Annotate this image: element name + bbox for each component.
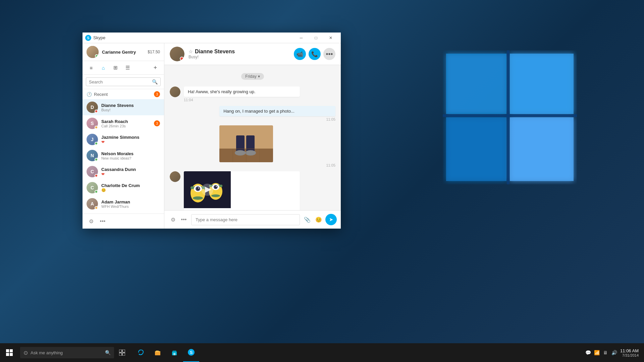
star-icon[interactable]: ☆ [189,49,193,54]
date-pill[interactable]: Friday ▾ [241,73,264,80]
link-preview[interactable]: Despicable me 2 Watch Movie via shift2 s… [184,171,300,210]
contact-name: Adam Jarman [101,199,160,204]
contact-item[interactable]: C Charlotte De Crum 😊 [83,180,164,196]
status-busy-dot [95,174,98,177]
sidebar-header: Carianne Gentry $17.50 [83,43,164,61]
contact-name: Jazmine Simmons [101,135,160,140]
contact-avatar: C [87,166,98,177]
contact-avatar: N [87,150,98,161]
svg-point-23 [193,196,203,200]
tray-icons: 💬 📶 🖥 🔊 [585,349,618,356]
settings-icon[interactable]: ⚙ [87,217,96,226]
contact-name: Charlotte De Crum [101,183,160,188]
contact-name: Sarah Roach [101,119,151,124]
search-box: 🔍 [86,77,161,86]
status-away-dot [95,126,98,129]
nav-list-icon[interactable]: ☰ [123,63,132,72]
network-icon[interactable]: 📶 [593,349,600,356]
contact-info: Cassandra Dunn ❤ [101,167,160,177]
volume-icon[interactable]: 🔊 [611,349,618,356]
svg-rect-37 [119,350,122,352]
contact-list: D Dianne Stevens Busy! S [83,99,164,214]
taskbar-clock[interactable]: 11:06 AM 7/31/2014 [620,348,639,357]
notification-tray-icon[interactable]: 💬 [585,349,591,356]
input-left-icons: ⚙ ••• [168,215,189,224]
nav-add-button[interactable]: + [151,63,160,72]
message-time: 11:04 [184,98,300,102]
message-input[interactable] [191,214,300,225]
message-input-area: ⚙ ••• 📎 😊 ➤ [164,210,341,229]
more-options-icon[interactable]: ••• [98,217,107,226]
taskbar-icons: S [133,343,199,362]
message-content: 11:05 [219,125,335,167]
skype-taskbar-icon[interactable]: S [183,343,199,362]
more-options-button[interactable]: ••• [323,48,335,60]
file-explorer-icon[interactable] [150,343,166,362]
svg-rect-39 [119,353,122,356]
user-avatar[interactable] [87,46,99,58]
status-busy-dot [95,110,98,113]
contact-status: Call 26min 23s [101,124,151,128]
edge-icon[interactable] [133,343,149,362]
nav-grid-icon[interactable]: ⊞ [111,63,120,72]
status-online-dot [95,158,98,161]
display-icon[interactable]: 🖥 [602,349,609,356]
message-row: Despicable me 2 Watch Movie via shift2 s… [170,171,335,210]
contact-info: Jazmine Simmons ❤ [101,135,160,144]
message-text: Ha! Awww, she's really growing up. [188,89,256,94]
online-status-dot [95,54,98,58]
message-bubble: Ha! Awww, she's really growing up. [184,86,300,97]
title-bar-logo: S Skype [85,35,105,41]
nav-home-icon[interactable]: ⌂ [99,63,108,72]
contact-item[interactable]: S Sarah Roach Call 26min 23s 3 [83,115,164,131]
skype-window: S Skype ─ □ ✕ Carianne Gentry $17.50 ≡ [83,33,341,229]
chat-header-status: Busy! [189,55,290,59]
task-view-button[interactable] [114,343,130,362]
recent-label[interactable]: Recent [94,92,108,97]
status-away-dot [95,206,98,209]
close-button[interactable]: ✕ [323,33,338,43]
sidebar-search: 🔍 [83,75,164,89]
attachment-icon[interactable]: 📎 [303,215,312,224]
contact-item[interactable]: J Jazmine Simmons ❤ [83,131,164,147]
contact-item[interactable]: W Will Little Offline this afternoon [83,212,164,214]
messages-area: Friday ▾ Ha! Awww, she's really growing … [164,65,341,210]
message-time: 11:05 [219,117,335,121]
message-row: 11:05 [170,125,335,167]
photo-message[interactable] [219,125,273,162]
contact-item[interactable]: D Dianne Stevens Busy! [83,99,164,115]
svg-rect-8 [236,135,245,152]
store-icon[interactable] [166,343,182,362]
send-button[interactable]: ➤ [325,214,337,225]
contact-info: Sarah Roach Call 26min 23s [101,119,151,128]
contact-item[interactable]: N Nelson Morales New music ideas? [83,147,164,164]
message-content: Ha! Awww, she's really growing up. 11:04 [184,86,300,102]
video-call-button[interactable]: 📹 [294,48,306,60]
contact-status: WFH Wed/Thurs [101,204,160,208]
message-content: Hang on, I managed to get a photo... 11:… [219,106,335,121]
contact-item[interactable]: C Cassandra Dunn ❤ [83,164,164,180]
svg-rect-33 [6,349,9,352]
svg-point-29 [216,186,217,187]
chat-header-info: ☆ Dianne Stevens Busy! [189,49,290,59]
contact-info: Dianne Stevens Busy! [101,103,160,112]
call-button[interactable]: 📞 [309,48,321,60]
settings-button[interactable]: ⚙ [168,215,178,224]
emoji-icon[interactable]: 😊 [314,215,323,224]
start-button[interactable] [0,343,19,362]
svg-marker-1 [510,54,574,114]
clock-time: 11:06 AM [620,348,639,353]
contact-avatar: J [87,134,98,145]
maximize-button[interactable]: □ [309,33,323,43]
svg-point-30 [211,194,220,197]
more-input-button[interactable]: ••• [179,215,189,224]
contact-item[interactable]: A Adam Jarman WFH Wed/Thurs [83,196,164,212]
skype-logo-icon: S [85,35,91,41]
cortana-search[interactable]: ⊙ Ask me anything 🔍 [20,347,114,358]
date-divider: Friday ▾ [170,73,335,80]
nav-menu-icon[interactable]: ≡ [87,63,96,72]
search-input[interactable] [89,79,150,84]
contact-avatar: D [87,102,98,113]
svg-marker-0 [446,54,506,114]
minimize-button[interactable]: ─ [294,33,309,43]
